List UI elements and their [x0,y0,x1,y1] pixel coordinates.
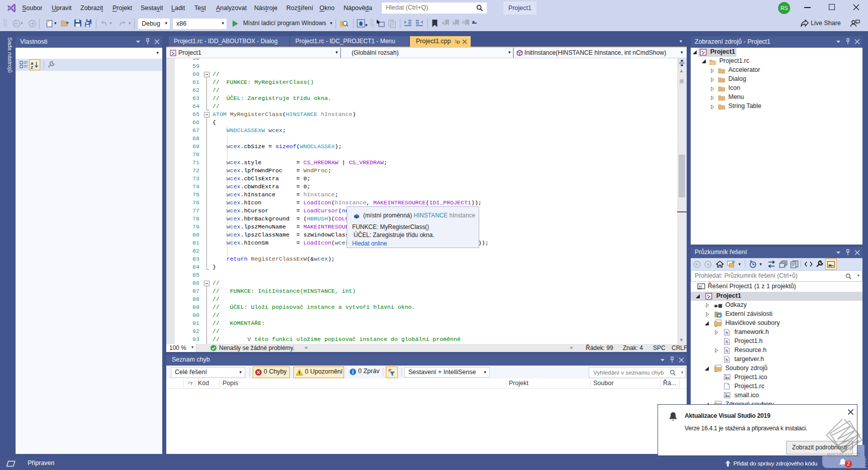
svg-text:INSTALUJ.CZ: INSTALUJ.CZ [827,452,860,458]
svg-text:h: h [725,358,728,363]
svg-text:h: h [725,330,728,335]
svg-text:h: h [725,348,728,354]
svg-text:Z: Z [31,65,33,69]
svg-text:h: h [725,339,728,344]
